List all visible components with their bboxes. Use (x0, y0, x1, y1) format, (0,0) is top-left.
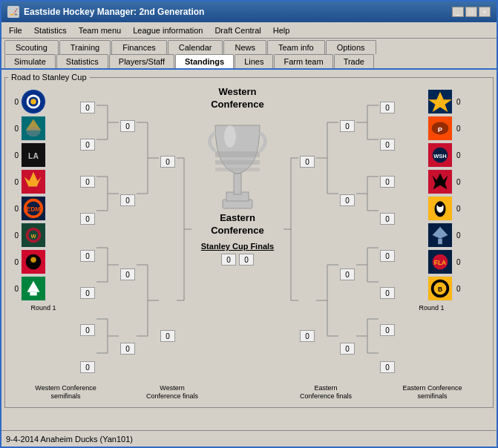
tab-statistics[interactable]: Statistics (56, 54, 108, 68)
l-cf-s1[interactable]: 0 (160, 156, 175, 168)
team-logo-jets (427, 223, 453, 248)
menu-draft[interactable]: Draft Central (210, 24, 265, 36)
west-finals-label: WesternConference finals (142, 384, 202, 401)
tab-farmteam[interactable]: Farm team (274, 54, 332, 68)
menu-help[interactable]: Help (269, 24, 295, 36)
team-logo-bruins: B (427, 276, 453, 301)
menu-statistics[interactable]: Statistics (30, 24, 71, 36)
tab-calendar[interactable]: Calendar (168, 40, 223, 54)
team-logo-canucks (21, 276, 46, 301)
menu-file[interactable]: File (4, 24, 27, 36)
right-conf-title: EasternConference (211, 212, 264, 237)
menu-bar: File Statistics Team menu League informa… (1, 22, 497, 39)
right-score-3: 0 (456, 151, 467, 159)
r-r1-s3[interactable]: 0 (380, 176, 395, 188)
svg-text:WSH: WSH (433, 153, 447, 159)
r-r1-s1[interactable]: 0 (380, 102, 395, 113)
right-round1-label: Round 1 (396, 304, 467, 312)
menu-team[interactable]: Team menu (74, 24, 125, 36)
content-area: Road to Stanley Cup 0 0 (1, 70, 497, 430)
svg-point-100 (437, 202, 443, 208)
left-score-4: 0 (8, 178, 19, 186)
minimize-button[interactable]: _ (452, 7, 464, 17)
left-score-5: 0 (8, 205, 19, 213)
team-logo-sabres (427, 89, 453, 114)
r-r1-s7[interactable]: 0 (380, 324, 395, 336)
r-r1-s8[interactable]: 0 (380, 361, 395, 373)
r-r1-s6[interactable]: 0 (380, 287, 395, 299)
right-score-5: 0 (456, 205, 467, 213)
l-r1-s7[interactable]: 0 (80, 324, 95, 336)
svg-rect-103 (438, 239, 442, 245)
left-score-6: 0 (8, 231, 19, 240)
team-logo-wild: W (21, 223, 46, 248)
l-r1-s2[interactable]: 0 (80, 139, 95, 151)
svg-text:LA: LA (28, 152, 39, 160)
tab-options[interactable]: Options (326, 40, 376, 54)
svg-text:B: B (438, 286, 442, 293)
r-r2-s4[interactable]: 0 (340, 343, 355, 355)
team-logo-panthers: FLA (427, 249, 453, 274)
tab-lines[interactable]: Lines (235, 54, 273, 68)
svg-rect-57 (215, 160, 260, 165)
menu-league[interactable]: League information (128, 24, 207, 36)
tab-players-staff[interactable]: Players/Staff (109, 54, 174, 68)
left-score-2: 0 (8, 125, 19, 133)
r-r2-s3[interactable]: 0 (340, 269, 355, 280)
svg-point-6 (27, 127, 41, 136)
l-r1-s3[interactable]: 0 (80, 176, 95, 188)
left-score-7: 0 (8, 258, 19, 266)
r-r2-s2[interactable]: 0 (340, 194, 355, 206)
l-r1-s6[interactable]: 0 (80, 287, 95, 299)
left-score-8: 0 (8, 285, 19, 293)
svg-text:P: P (438, 125, 442, 134)
svg-rect-55 (234, 174, 241, 194)
close-button[interactable]: × (479, 7, 491, 17)
team-logo-blues (21, 89, 46, 114)
tab-finances[interactable]: Finances (111, 40, 167, 54)
right-score-6: 0 (456, 231, 467, 240)
svg-point-21 (30, 257, 36, 263)
tab-training[interactable]: Training (59, 40, 111, 54)
maximize-button[interactable]: □ (465, 7, 477, 17)
nav-tabs-row2: Simulate Statistics Players/Staff Standi… (1, 54, 497, 70)
l-r2-s3[interactable]: 0 (120, 269, 135, 280)
tab-news[interactable]: News (223, 40, 266, 54)
svg-text:FLA: FLA (434, 259, 446, 266)
l-r2-s2[interactable]: 0 (120, 194, 135, 206)
finals-score-left[interactable]: 0 (221, 254, 236, 266)
svg-rect-58 (215, 168, 260, 171)
team-logo-blackhawks (21, 249, 46, 274)
svg-rect-56 (215, 151, 260, 157)
tab-simulate[interactable]: Simulate (4, 54, 56, 68)
box-legend: Road to Stanley Cup (8, 73, 90, 82)
team-logo-flyers: P (427, 116, 453, 141)
tab-scouting[interactable]: Scouting (4, 40, 59, 54)
l-cf-s2[interactable]: 0 (160, 330, 175, 342)
tab-teaminfo[interactable]: Team info (267, 40, 325, 54)
tab-standings[interactable]: Standings (175, 54, 234, 68)
r-cf-s1[interactable]: 0 (300, 156, 315, 168)
title-bar: 🏒 Eastside Hockey Manager: 2nd Generatio… (1, 1, 497, 22)
r-r1-s2[interactable]: 0 (380, 139, 395, 151)
r-r1-s4[interactable]: 0 (380, 213, 395, 225)
right-score-4: 0 (456, 178, 467, 186)
svg-text:EDM: EDM (27, 205, 41, 213)
l-r2-s4[interactable]: 0 (120, 343, 135, 355)
l-r1-s8[interactable]: 0 (80, 361, 95, 373)
svg-point-3 (30, 99, 36, 105)
r-r1-s5[interactable]: 0 (380, 250, 395, 262)
east-semifinals-label: Eastern Conferencesemifinals (382, 384, 482, 401)
r-r2-s1[interactable]: 0 (340, 120, 355, 132)
l-r1-s1[interactable]: 0 (80, 102, 95, 113)
l-r1-s4[interactable]: 0 (80, 213, 95, 225)
r-cf-s2[interactable]: 0 (300, 330, 315, 342)
svg-rect-24 (30, 292, 36, 296)
l-r1-s5[interactable]: 0 (80, 250, 95, 262)
l-r2-s1[interactable]: 0 (120, 120, 135, 132)
right-score-7: 0 (456, 258, 467, 266)
tab-trade[interactable]: Trade (334, 54, 374, 68)
title-controls[interactable]: _ □ × (452, 7, 491, 17)
right-score-2: 0 (456, 125, 467, 133)
finals-score-right[interactable]: 0 (239, 254, 254, 266)
